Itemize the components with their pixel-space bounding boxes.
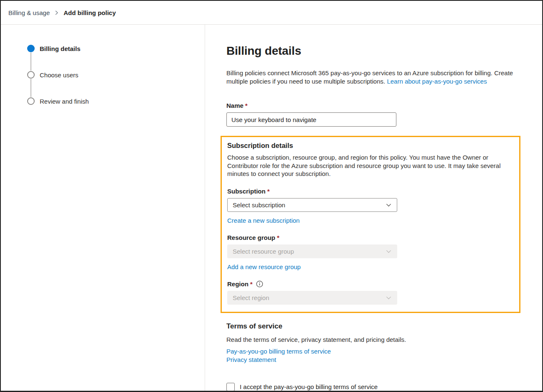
resource-group-label: Resource group * (227, 234, 514, 241)
chevron-down-icon (386, 202, 392, 208)
subscription-details-heading: Subscription details (227, 142, 514, 150)
intro-text: Billing policies connect Microsoft 365 p… (226, 69, 525, 86)
chevron-down-icon (386, 295, 392, 301)
subscription-details-description: Choose a subscription, resource group, a… (227, 153, 514, 178)
region-dropdown-placeholder: Select region (233, 294, 269, 301)
wizard-step-label: Review and finish (40, 98, 89, 105)
payg-billing-terms-link[interactable]: Pay-as-you-go billing terms of service (226, 347, 525, 356)
resource-group-dropdown-placeholder: Select resource group (233, 248, 294, 255)
subscription-field-group: Subscription * Select subscription Creat… (227, 188, 514, 224)
info-icon[interactable] (256, 280, 263, 288)
name-label: Name * (226, 102, 525, 109)
accept-terms-label: I accept the pay-as-you-go billing terms… (240, 383, 378, 390)
subscription-dropdown[interactable]: Select subscription (227, 198, 397, 212)
subscription-label: Subscription * (227, 188, 514, 195)
resource-group-dropdown: Select resource group (227, 244, 397, 258)
region-field-group: Region * Select region (227, 280, 514, 305)
required-asterisk: * (267, 188, 270, 195)
name-field-group: Name * (226, 102, 525, 127)
step-connector-line (30, 53, 31, 71)
region-label: Region * (227, 280, 514, 288)
breadcrumb: Billing & usage Add billing policy (1, 1, 542, 25)
required-asterisk: * (250, 280, 253, 288)
accept-terms-row: I accept the pay-as-you-go billing terms… (226, 383, 525, 391)
terms-description: Read the terms of service, privacy state… (226, 336, 525, 343)
accept-terms-checkbox[interactable] (226, 383, 235, 391)
app-window: Billing & usage Add billing policy Billi… (0, 0, 543, 392)
policy-name-input[interactable] (226, 112, 396, 127)
wizard-steps-panel: Billing details Choose users Review and … (1, 25, 205, 391)
subscription-dropdown-placeholder: Select subscription (233, 201, 285, 209)
billing-details-pane: Billing details Billing policies connect… (205, 25, 542, 391)
terms-heading: Terms of service (226, 322, 525, 331)
wizard-step-choose-users[interactable]: Choose users (27, 71, 205, 79)
step-empty-circle-icon (27, 71, 35, 79)
required-asterisk: * (245, 102, 248, 109)
breadcrumb-billing-usage-link[interactable]: Billing & usage (8, 9, 50, 16)
wizard-step-label: Choose users (40, 71, 79, 79)
wizard-step-label: Billing details (40, 45, 81, 52)
step-connector-line (30, 79, 31, 97)
page-title: Billing details (226, 44, 525, 58)
chevron-right-icon (54, 10, 59, 15)
create-new-subscription-link[interactable]: Create a new subscription (227, 216, 299, 224)
learn-about-payg-link[interactable]: Learn about pay-as-you-go services (387, 78, 487, 85)
subscription-details-section: Subscription details Choose a subscripti… (221, 136, 520, 313)
region-dropdown: Select region (227, 291, 397, 305)
step-filled-dot-icon (27, 45, 35, 52)
step-empty-circle-icon (27, 97, 35, 105)
resource-group-field-group: Resource group * Select resource group A… (227, 234, 514, 271)
add-new-resource-group-link[interactable]: Add a new resource group (227, 263, 301, 271)
terms-of-service-section: Terms of service Read the terms of servi… (226, 322, 525, 364)
wizard-step-review-and-finish[interactable]: Review and finish (27, 97, 205, 105)
privacy-statement-link[interactable]: Privacy statement (226, 356, 525, 364)
breadcrumb-current-page: Add billing policy (63, 9, 116, 16)
wizard-step-billing-details[interactable]: Billing details (27, 45, 205, 52)
required-asterisk: * (277, 234, 279, 241)
chevron-down-icon (386, 248, 392, 255)
